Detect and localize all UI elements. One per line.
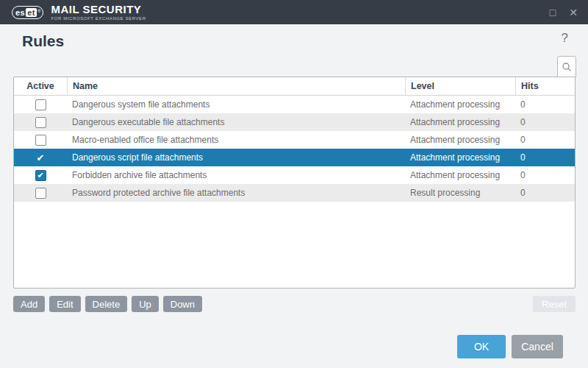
checkbox-unchecked-icon[interactable] [35,117,46,128]
rule-name: Dangerous executable file attachments [67,113,405,131]
cancel-button[interactable]: Cancel [512,335,563,358]
rule-level: Result processing [405,184,515,202]
up-button[interactable]: Up [132,296,159,312]
checkbox-unchecked-icon[interactable] [35,188,46,199]
down-button[interactable]: Down [163,296,202,312]
rules-table-body: Dangerous system file attachmentsAttachm… [14,96,575,202]
rule-name: Dangerous system file attachments [67,96,405,113]
window-controls: □ ✕ [550,0,578,24]
active-cell [14,131,67,149]
table-row[interactable]: Password protected archive file attachme… [14,184,575,202]
table-row[interactable]: Dangerous executable file attachmentsAtt… [14,113,575,131]
rule-level: Attachment processing [405,166,515,184]
table-row[interactable]: ✔Dangerous script file attachmentsAttach… [14,149,575,166]
maximize-icon[interactable]: □ [550,7,556,18]
active-cell [14,96,67,113]
rule-level: Attachment processing [405,113,515,131]
search-icon [562,62,572,72]
product-name: MAIL SECURITY [51,4,146,15]
reset-button[interactable]: Reset [533,296,576,312]
table-header: Active Name Level Hits [14,77,575,96]
rule-hits: 0 [515,184,575,202]
help-icon[interactable]: ? [562,31,568,46]
column-header-hits[interactable]: Hits [515,77,575,95]
table-row[interactable]: Macro-enabled office file attachmentsAtt… [14,131,575,149]
titlebar: es et ® MAIL SECURITY FOR MICROSOFT EXCH… [0,0,588,24]
rule-hits: 0 [515,113,575,131]
rule-level: Attachment processing [405,96,515,113]
page-title: Rules [22,32,64,50]
product-block: MAIL SECURITY FOR MICROSOFT EXCHANGE SER… [51,4,146,21]
table-row[interactable]: Dangerous system file attachmentsAttachm… [14,96,575,113]
rule-name: Macro-enabled office file attachments [67,131,405,149]
table-row[interactable]: ✔Forbidden archive file attachmentsAttac… [14,166,575,184]
checkbox-unchecked-icon[interactable] [35,99,46,110]
rules-toolbar: Add Edit Delete Up Down [13,296,202,312]
product-subtitle: FOR MICROSOFT EXCHANGE SERVER [51,16,146,21]
rule-name: Forbidden archive file attachments [67,166,405,184]
checkbox-checked-icon[interactable]: ✔ [35,152,46,163]
rule-level: Attachment processing [405,149,515,166]
rule-hits: 0 [515,96,575,113]
rule-hits: 0 [515,149,575,166]
eset-logo: es et ® [12,6,43,19]
eset-logo-et: et [26,8,37,17]
search-button[interactable] [557,56,576,77]
active-cell [14,184,67,202]
active-cell: ✔ [14,166,67,184]
column-header-active[interactable]: Active [14,77,67,95]
registered-mark: ® [37,9,40,13]
column-header-level[interactable]: Level [405,77,515,95]
add-button[interactable]: Add [13,296,45,312]
ok-button[interactable]: OK [457,335,506,358]
rule-level: Attachment processing [405,131,515,149]
active-cell [14,113,67,131]
rule-name: Dangerous script file attachments [67,149,405,166]
mail-security-window: es et ® MAIL SECURITY FOR MICROSOFT EXCH… [0,0,588,368]
close-icon[interactable]: ✕ [569,7,578,18]
column-header-name[interactable]: Name [67,77,405,95]
rules-table: Active Name Level Hits Dangerous system … [13,77,576,289]
rule-hits: 0 [515,166,575,184]
checkbox-unchecked-icon[interactable] [35,135,46,146]
active-cell: ✔ [14,149,67,166]
rule-hits: 0 [515,131,575,149]
eset-logo-es: es [15,8,26,17]
edit-button[interactable]: Edit [49,296,80,312]
delete-button[interactable]: Delete [85,296,128,312]
rule-name: Password protected archive file attachme… [67,184,405,202]
checkbox-checked-icon[interactable]: ✔ [35,170,46,181]
